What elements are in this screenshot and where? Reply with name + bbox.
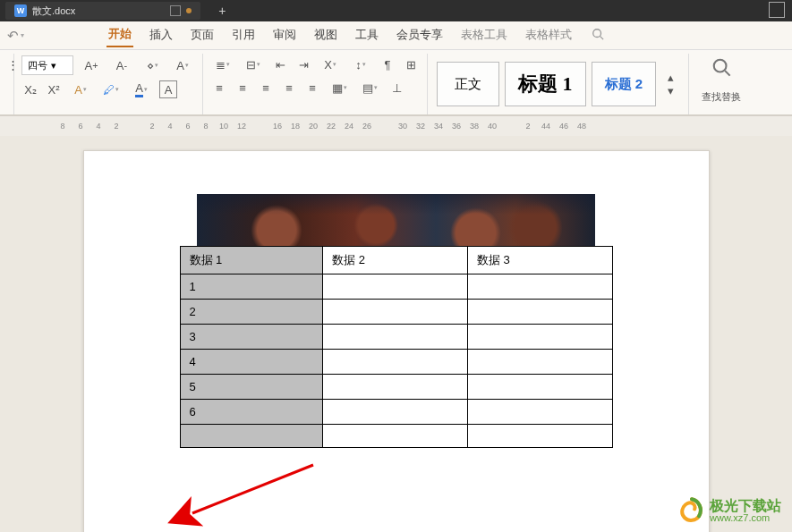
clear-format-button[interactable]: ⋄▾ bbox=[140, 56, 165, 74]
watermark-url: www.xz7.com bbox=[710, 513, 781, 523]
sort-button[interactable]: X▾ bbox=[318, 55, 343, 73]
table-cell[interactable] bbox=[467, 400, 612, 425]
highlight-button[interactable]: 🖊▾ bbox=[98, 80, 123, 98]
ruler-ticks: 8642246810121618202224263032343638402444… bbox=[54, 122, 591, 131]
table-cell[interactable] bbox=[467, 300, 612, 325]
new-tab-button[interactable]: + bbox=[218, 4, 226, 18]
bullets-button[interactable]: ≣▾ bbox=[210, 55, 235, 73]
styles-more-button[interactable]: ▴▾ bbox=[661, 66, 679, 102]
menu-search-icon[interactable] bbox=[592, 28, 604, 43]
search-replace-label[interactable]: 查找替换 bbox=[702, 90, 741, 104]
align-center-button[interactable]: ≡ bbox=[234, 79, 251, 97]
align-right-button[interactable]: ≡ bbox=[257, 79, 275, 97]
table-row[interactable] bbox=[180, 425, 612, 448]
decrease-font-button[interactable]: A- bbox=[109, 56, 134, 74]
increase-indent-button[interactable]: ⇥ bbox=[294, 55, 312, 73]
tabs-button[interactable]: ⊥ bbox=[387, 79, 405, 97]
table-cell[interactable]: 4 bbox=[180, 350, 323, 375]
table-cell[interactable] bbox=[467, 350, 612, 375]
para-settings-button[interactable]: ⊞ bbox=[402, 55, 420, 73]
table-cell[interactable] bbox=[467, 425, 612, 448]
table-cell[interactable] bbox=[323, 375, 468, 400]
increase-font-button[interactable]: A+ bbox=[79, 56, 104, 74]
menu-review[interactable]: 审阅 bbox=[271, 24, 298, 46]
svg-line-1 bbox=[600, 37, 604, 40]
table-header-cell[interactable]: 数据 2 bbox=[323, 247, 468, 274]
table-cell[interactable] bbox=[467, 375, 612, 400]
font-size-select[interactable]: 四号▾ bbox=[21, 55, 73, 75]
window-mode-icon[interactable] bbox=[170, 5, 181, 16]
style-heading1[interactable]: 标题 1 bbox=[505, 62, 586, 106]
font-effect-button[interactable]: A▾ bbox=[68, 80, 93, 98]
menu-bar: ↶▾ 开始 插入 页面 引用 审阅 视图 工具 会员专享 表格工具 表格样式 bbox=[0, 21, 792, 50]
table-cell[interactable]: 1 bbox=[180, 274, 323, 300]
line-spacing-button[interactable]: ↕▾ bbox=[348, 55, 373, 73]
table-cell[interactable] bbox=[323, 425, 468, 448]
horizontal-ruler[interactable]: 8642246810121618202224263032343638402444… bbox=[0, 116, 792, 136]
align-justify-button[interactable]: ≡ bbox=[280, 79, 298, 97]
align-left-button[interactable]: ≡ bbox=[210, 79, 228, 97]
show-marks-button[interactable]: ¶ bbox=[379, 55, 396, 73]
styles-group: 正文 标题 1 标题 2 ▴▾ bbox=[428, 54, 689, 114]
subscript-button[interactable]: X₂ bbox=[21, 80, 39, 98]
table-row[interactable]: 5 bbox=[180, 375, 612, 400]
document-table[interactable]: 数据 1 数据 2 数据 3 1 2 3 4 5 6 bbox=[180, 246, 613, 448]
table-row[interactable]: 1 bbox=[180, 274, 612, 300]
table-cell[interactable] bbox=[323, 300, 468, 325]
watermark-logo: 极光下载站 www.xz7.com bbox=[677, 496, 781, 525]
table-cell[interactable]: 2 bbox=[180, 300, 323, 325]
paragraph-group: ≣▾ ⊟▾ ⇤ ⇥ X▾ ↕▾ ¶ ⊞ ≡ ≡ ≡ ≡ ≡ ▦▾ ▤▾ ⊥ bbox=[203, 54, 428, 114]
watermark-title: 极光下载站 bbox=[710, 499, 781, 513]
table-row[interactable]: 6 bbox=[180, 400, 612, 425]
page: 数据 1 数据 2 数据 3 1 2 3 4 5 6 bbox=[83, 150, 710, 532]
menu-tools[interactable]: 工具 bbox=[353, 24, 380, 46]
table-cell[interactable] bbox=[467, 325, 612, 350]
clipboard-group: ⋮ bbox=[0, 54, 14, 114]
menu-start[interactable]: 开始 bbox=[106, 23, 133, 47]
table-cell[interactable] bbox=[323, 325, 468, 350]
table-row[interactable]: 3 bbox=[180, 325, 612, 350]
align-distribute-button[interactable]: ≡ bbox=[303, 79, 321, 97]
table-header-cell[interactable]: 数据 1 bbox=[180, 247, 323, 274]
table-header-row[interactable]: 数据 1 数据 2 数据 3 bbox=[180, 247, 612, 274]
numbering-button[interactable]: ⊟▾ bbox=[241, 55, 266, 73]
undo-button[interactable]: ↶▾ bbox=[7, 28, 24, 44]
table-cell[interactable] bbox=[323, 350, 468, 375]
menu-page[interactable]: 页面 bbox=[189, 24, 216, 46]
menu-view[interactable]: 视图 bbox=[312, 24, 339, 46]
font-color-button[interactable]: A▾ bbox=[129, 80, 154, 98]
table-cell[interactable]: 3 bbox=[180, 325, 323, 350]
title-bar: W 散文.docx + bbox=[0, 0, 792, 21]
style-heading2[interactable]: 标题 2 bbox=[592, 62, 657, 106]
borders-button[interactable]: ▤▾ bbox=[357, 79, 382, 97]
tab-status-dot bbox=[186, 8, 192, 13]
search-icon[interactable] bbox=[702, 57, 741, 81]
menu-insert[interactable]: 插入 bbox=[148, 24, 175, 46]
table-row[interactable]: 2 bbox=[180, 300, 612, 325]
table-header-cell[interactable]: 数据 3 bbox=[467, 247, 612, 274]
char-border-button[interactable]: A bbox=[159, 80, 177, 98]
superscript-button[interactable]: X² bbox=[45, 80, 63, 98]
workspace: 数据 1 数据 2 数据 3 1 2 3 4 5 6 极光下载站 bbox=[0, 136, 792, 532]
table-cell[interactable] bbox=[180, 425, 323, 448]
table-cell[interactable] bbox=[323, 274, 468, 300]
menu-table-tools[interactable]: 表格工具 bbox=[459, 24, 509, 46]
font-size-label: 四号 bbox=[28, 59, 47, 72]
table-cell[interactable] bbox=[323, 400, 468, 425]
change-case-button[interactable]: A▾ bbox=[170, 56, 195, 74]
window-panel-icon[interactable] bbox=[769, 2, 785, 18]
menu-reference[interactable]: 引用 bbox=[230, 24, 257, 46]
table-cell[interactable]: 6 bbox=[180, 400, 323, 425]
document-tab[interactable]: W 散文.docx bbox=[5, 2, 200, 20]
table-row[interactable]: 4 bbox=[180, 350, 612, 375]
shading-button[interactable]: ▦▾ bbox=[327, 79, 352, 97]
style-normal[interactable]: 正文 bbox=[437, 62, 499, 106]
menu-member[interactable]: 会员专享 bbox=[395, 24, 445, 46]
table-cell[interactable] bbox=[467, 274, 612, 300]
decrease-indent-button[interactable]: ⇤ bbox=[271, 55, 289, 73]
font-group: 四号▾ A+ A- ⋄▾ A▾ X₂ X² A▾ 🖊▾ A▾ A bbox=[14, 54, 203, 114]
document-image[interactable] bbox=[197, 194, 595, 246]
doc-type-icon: W bbox=[14, 4, 27, 17]
menu-table-style[interactable]: 表格样式 bbox=[524, 24, 574, 46]
table-cell[interactable]: 5 bbox=[180, 375, 323, 400]
